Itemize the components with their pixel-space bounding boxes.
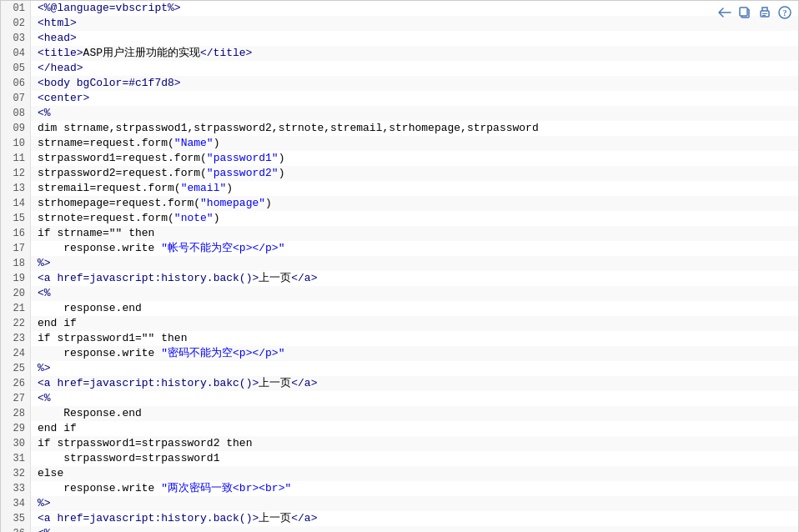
code-line: if strpassword1=strpassword2 then	[31, 436, 798, 451]
code-line: stremail=request.form("email")	[31, 181, 798, 196]
editor-container: ? 01020304050607080910111213141516171819…	[0, 0, 799, 532]
code-line: <a href=javascript:history.back()>上一页</a…	[31, 511, 798, 526]
code-line: <head>	[31, 31, 798, 46]
line-number: 13	[1, 181, 30, 196]
code-line: response.write "密码不能为空<p></p>"	[31, 346, 798, 361]
code-line: %>	[31, 496, 798, 511]
line-number: 21	[1, 301, 30, 316]
line-number: 03	[1, 31, 30, 46]
line-number: 32	[1, 466, 30, 481]
code-line: <html>	[31, 16, 798, 31]
code-line: <center>	[31, 91, 798, 106]
code-line: <%	[31, 526, 798, 532]
line-number: 05	[1, 61, 30, 76]
code-line: <%	[31, 391, 798, 406]
line-number: 23	[1, 331, 30, 346]
code-line: response.write "帐号不能为空<p></p>"	[31, 241, 798, 256]
code-line: strpassword2=request.form("password2")	[31, 166, 798, 181]
line-number: 19	[1, 271, 30, 286]
code-line: <body bgColor=#c1f7d8>	[31, 76, 798, 91]
code-line: <a href=javascript:history.bakc()>上一页</a…	[31, 376, 798, 391]
line-number: 34	[1, 496, 30, 511]
code-line: strpassword=strpassword1	[31, 451, 798, 466]
line-number: 07	[1, 91, 30, 106]
line-number: 26	[1, 376, 30, 391]
code-line: if strname="" then	[31, 226, 798, 241]
code-line: <%@language=vbscript%>	[31, 1, 798, 16]
code-line: <a href=javascript:history.back()>上一页</a…	[31, 271, 798, 286]
line-number: 33	[1, 481, 30, 496]
code-line: Response.end	[31, 406, 798, 421]
line-number: 35	[1, 511, 30, 526]
svg-rect-1	[740, 8, 747, 16]
code-line: dim strname,strpasswod1,strpassword2,str…	[31, 121, 798, 136]
line-number: 29	[1, 421, 30, 436]
help-button[interactable]: ?	[776, 4, 793, 21]
code-area: 0102030405060708091011121314151617181920…	[1, 1, 798, 532]
code-line: strpassword1=request.form("password1")	[31, 151, 798, 166]
line-number: 08	[1, 106, 30, 121]
line-number: 06	[1, 76, 30, 91]
print-button[interactable]	[756, 4, 773, 21]
svg-rect-3	[762, 13, 767, 14]
line-number: 14	[1, 196, 30, 211]
line-number: 11	[1, 151, 30, 166]
line-number: 10	[1, 136, 30, 151]
line-number: 27	[1, 391, 30, 406]
line-number: 25	[1, 361, 30, 376]
code-line: %>	[31, 361, 798, 376]
copy-button[interactable]	[736, 4, 753, 21]
line-number: 22	[1, 316, 30, 331]
code-line: end if	[31, 316, 798, 331]
code-line: <title>ASP用户注册功能的实现</title>	[31, 46, 798, 61]
line-number: 24	[1, 346, 30, 361]
line-number: 30	[1, 436, 30, 451]
line-numbers: 0102030405060708091011121314151617181920…	[1, 1, 31, 532]
code-line: else	[31, 466, 798, 481]
code-line: if strpassword1="" then	[31, 331, 798, 346]
line-number: 12	[1, 166, 30, 181]
toolbar: ?	[716, 4, 793, 21]
line-number: 16	[1, 226, 30, 241]
code-line: end if	[31, 421, 798, 436]
code-line: strhomepage=request.form("homepage")	[31, 196, 798, 211]
code-line: <%	[31, 106, 798, 121]
code-line: </head>	[31, 61, 798, 76]
code-content[interactable]: <%@language=vbscript%><html><head><title…	[31, 1, 798, 532]
code-line: <%	[31, 286, 798, 301]
line-number: 09	[1, 121, 30, 136]
line-number: 20	[1, 286, 30, 301]
code-line: strnote=request.form("note")	[31, 211, 798, 226]
line-number: 31	[1, 451, 30, 466]
code-line: response.write "两次密码一致<br><br>"	[31, 481, 798, 496]
line-number: 28	[1, 406, 30, 421]
line-number: 36	[1, 526, 30, 532]
line-number: 17	[1, 241, 30, 256]
code-line: response.end	[31, 301, 798, 316]
code-line: %>	[31, 256, 798, 271]
line-number: 01	[1, 1, 30, 16]
svg-rect-4	[762, 15, 766, 16]
line-number: 18	[1, 256, 30, 271]
line-number: 15	[1, 211, 30, 226]
line-number: 04	[1, 46, 30, 61]
code-line: strname=request.form("Name")	[31, 136, 798, 151]
line-number: 02	[1, 16, 30, 31]
back-button[interactable]	[716, 4, 733, 21]
svg-text:?: ?	[783, 8, 787, 18]
